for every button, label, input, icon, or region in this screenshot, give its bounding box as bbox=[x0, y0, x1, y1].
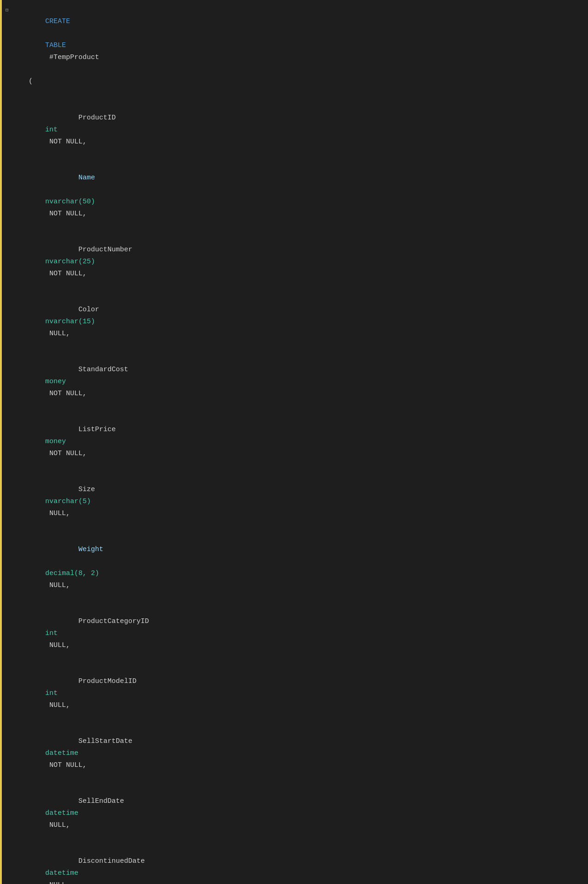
keyword-table: TABLE bbox=[45, 42, 66, 49]
col-productid: ProductID int NOT NULL, bbox=[2, 100, 588, 160]
col-sellstartdate: SellStartDate datetime NOT NULL, bbox=[2, 724, 588, 783]
col-weight: Weight decimal(8, 2) NULL, bbox=[2, 532, 588, 604]
col-productcategoryid: ProductCategoryID int NULL, bbox=[2, 604, 588, 664]
collapse-btn-create[interactable]: ⊟ bbox=[6, 4, 12, 16]
col-productnumber: ProductNumber nvarchar(25) NOT NULL, bbox=[2, 232, 588, 292]
editor-container: ⊟ CREATE TABLE #TempProduct ( ProductID … bbox=[0, 0, 588, 884]
col-name: Name nvarchar(50) NOT NULL, bbox=[2, 160, 588, 232]
line-create-table: ⊟ CREATE TABLE #TempProduct bbox=[2, 4, 588, 76]
col-productmodelid: ProductModelID int NULL, bbox=[2, 664, 588, 724]
code-editor[interactable]: ⊟ CREATE TABLE #TempProduct ( ProductID … bbox=[0, 0, 588, 884]
col-standardcost: StandardCost money NOT NULL, bbox=[2, 352, 588, 412]
col-color: Color nvarchar(15) NULL, bbox=[2, 292, 588, 352]
line-blank-1 bbox=[2, 88, 588, 100]
col-discontinueddate: DiscontinuedDate datetime NULL, bbox=[2, 843, 588, 884]
col-listprice: ListPrice money NOT NULL, bbox=[2, 412, 588, 472]
line-open-paren: ( bbox=[2, 76, 588, 88]
keyword-create: CREATE bbox=[45, 18, 70, 25]
col-sellenddate: SellEndDate datetime NULL, bbox=[2, 783, 588, 843]
col-size: Size nvarchar(5) NULL, bbox=[2, 472, 588, 532]
